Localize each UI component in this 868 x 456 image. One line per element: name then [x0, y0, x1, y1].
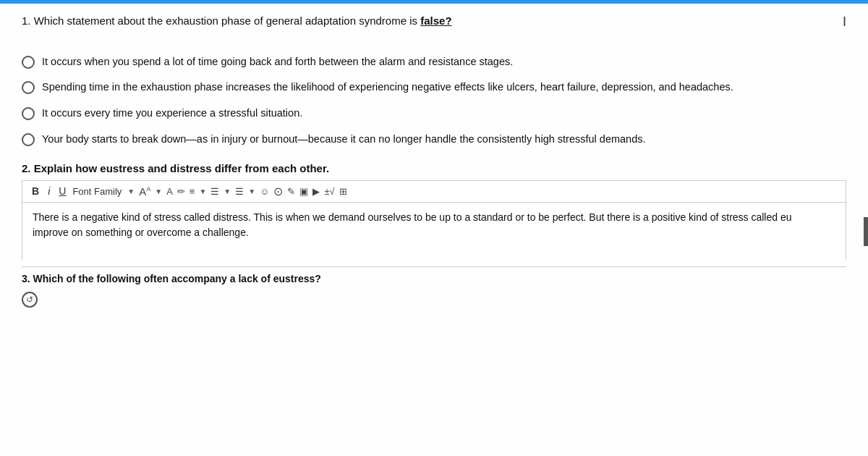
question-2-section: 2. Explain how eustress and distress dif… [22, 162, 846, 261]
option-4[interactable]: Your body starts to break down—as in inj… [22, 132, 846, 148]
align-left-button[interactable]: ≡ [190, 186, 195, 197]
list-button[interactable]: ☰ [210, 186, 219, 197]
radio-circle-4[interactable] [22, 133, 35, 146]
question-3: 3. Which of the following often accompan… [22, 266, 846, 284]
question-2: 2. Explain how eustress and distress dif… [22, 162, 846, 174]
toolbar: B i U Font Family ▼ AA ▼ A ✏ ≡ ▼ ☰ ▼ ☰ ▼… [22, 181, 846, 203]
question-1-row: 1. Which statement about the exhaustion … [22, 13, 846, 41]
content-area: 1. Which statement about the exhaustion … [0, 0, 868, 456]
align-dropdown[interactable]: ▼ [199, 187, 206, 195]
answer-line-1: There is a negative kind of stress calle… [33, 210, 835, 225]
font-family-label: Font Family [72, 186, 122, 197]
link-button[interactable]: ⊙ [273, 185, 283, 198]
question-2-number: 2. [22, 162, 31, 174]
emoji-button[interactable]: ☺ [260, 186, 269, 197]
page-container: 1. Which statement about the exhaustion … [0, 0, 868, 456]
option-1[interactable]: It occurs when you spend a lot of time g… [22, 54, 846, 70]
question-3-number: 3. [22, 273, 30, 284]
option-3[interactable]: It occurs every time you experience a st… [22, 106, 846, 122]
cursor-indicator: I [843, 14, 846, 30]
pencil-button[interactable]: ✎ [287, 186, 295, 197]
back-icon[interactable]: ↺ [22, 292, 38, 308]
underline-button[interactable]: U [56, 185, 68, 198]
question-1-number: 1. [22, 14, 31, 27]
bottom-icon-row: ↺ [22, 289, 846, 308]
answer-editor: B i U Font Family ▼ AA ▼ A ✏ ≡ ▼ ☰ ▼ ☰ ▼… [22, 180, 846, 261]
italic-button[interactable]: i [46, 185, 52, 198]
answer-line-2: improve on something or overcome a chall… [33, 225, 835, 240]
answer-text-area[interactable]: There is a negative kind of stress calle… [22, 203, 846, 261]
font-size-large-button[interactable]: AA [139, 185, 150, 198]
top-bar [0, 0, 868, 4]
question-1-text: Which statement about the exhaustion pha… [34, 14, 417, 27]
bold-button[interactable]: B [30, 185, 41, 198]
list-dropdown[interactable]: ▼ [224, 187, 231, 195]
scroll-indicator[interactable] [864, 217, 868, 246]
option-3-text: It occurs every time you experience a st… [42, 106, 302, 122]
option-4-text: Your body starts to break down—as in inj… [42, 132, 646, 148]
play-button[interactable]: ▶ [312, 186, 320, 197]
grid-button[interactable]: ⊞ [339, 186, 347, 197]
radio-circle-3[interactable] [22, 107, 35, 120]
font-size-small-button[interactable]: A [166, 186, 173, 197]
radio-circle-2[interactable] [22, 81, 35, 94]
highlight-button[interactable]: ✏ [177, 186, 185, 197]
option-2-text: Spending time in the exhaustion phase in… [42, 80, 733, 96]
radio-circle-1[interactable] [22, 56, 35, 69]
font-size-dropdown[interactable]: ▼ [155, 187, 162, 195]
question-2-text: Explain how eustress and distress differ… [34, 162, 329, 174]
math-button[interactable]: ±√ [324, 186, 334, 197]
question-1: 1. Which statement about the exhaustion … [22, 13, 846, 30]
image-button[interactable]: ▣ [299, 186, 308, 197]
indent-button[interactable]: ☰ [235, 186, 244, 197]
font-family-dropdown[interactable]: ▼ [127, 187, 135, 195]
indent-dropdown[interactable]: ▼ [248, 187, 255, 195]
option-1-text: It occurs when you spend a lot of time g… [42, 54, 513, 70]
option-2[interactable]: Spending time in the exhaustion phase in… [22, 80, 846, 96]
question-3-text: Which of the following often accompany a… [33, 273, 321, 284]
question-1-false: false? [420, 14, 451, 27]
